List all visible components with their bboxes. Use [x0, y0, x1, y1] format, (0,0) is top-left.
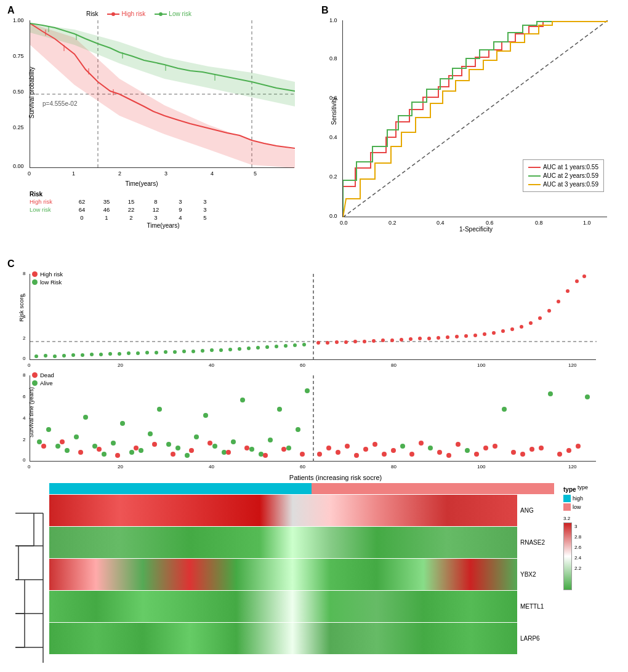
low-risk-row-label: Low risk	[30, 206, 70, 213]
xtick-1: 1	[72, 170, 75, 177]
svg-point-95	[148, 431, 153, 436]
svg-point-105	[240, 398, 245, 402]
high-risk-row-label: High risk	[30, 198, 70, 205]
svg-point-60	[390, 338, 394, 342]
svg-point-83	[37, 439, 42, 444]
svg-point-106	[249, 447, 254, 452]
svg-point-86	[65, 448, 70, 453]
svg-point-140	[428, 446, 433, 450]
svg-point-130	[336, 450, 340, 455]
larp6-label: LARP6	[517, 635, 554, 642]
svg-point-43	[228, 348, 232, 351]
auc3-legend: AUC at 3 years:0.59	[528, 181, 598, 188]
svg-point-1	[111, 12, 115, 16]
scatter-bottom-plot: 8 6 4 2 0 0 20 40 60 80 100 120	[30, 375, 596, 462]
svg-point-58	[372, 339, 376, 343]
svg-point-48	[275, 345, 278, 348]
risk-xticks: 0 1 2 3 4 5	[70, 214, 296, 221]
svg-point-153	[548, 391, 553, 396]
lr-val-5: 3	[193, 206, 217, 213]
svg-rect-176	[49, 623, 517, 654]
roc-ytick-04: 0.4	[329, 134, 337, 140]
svg-point-143	[456, 442, 461, 447]
svg-point-56	[353, 340, 357, 343]
svg-point-110	[286, 446, 291, 450]
roc-xtick-00: 0.0	[340, 220, 348, 226]
svg-point-127	[300, 452, 305, 457]
svg-point-53	[326, 341, 329, 345]
svg-point-23	[44, 354, 47, 358]
svg-point-41	[210, 348, 214, 352]
svg-point-35	[155, 351, 158, 354]
roc-legend: AUC at 1 years:0.55 AUC at 2 years:0.59 …	[523, 159, 604, 192]
svg-point-38	[182, 350, 186, 353]
ytick-075: 0.75	[13, 53, 24, 59]
svg-point-129	[326, 446, 331, 450]
svg-point-74	[520, 325, 523, 329]
svg-point-118	[134, 446, 139, 450]
svg-point-88	[83, 415, 88, 420]
svg-point-78	[557, 300, 560, 303]
auc1-legend: AUC at 1 years:0.55	[528, 164, 598, 170]
auc2-legend: AUC at 2 years:0.59	[528, 172, 598, 179]
gene-row-mettl1: METTL1	[49, 591, 554, 622]
svg-point-151	[529, 447, 534, 452]
svg-point-77	[547, 309, 551, 313]
gene-row-ang: ANG	[49, 495, 554, 526]
svg-point-30	[108, 352, 112, 356]
svg-point-85	[55, 444, 60, 449]
auc1-label: AUC at 1 years:0.55	[543, 164, 598, 170]
auc3-label: AUC at 3 years:0.59	[543, 181, 598, 188]
svg-point-50	[293, 343, 297, 347]
svg-point-102	[212, 444, 217, 449]
svg-point-107	[259, 452, 264, 457]
xtick-2: 2	[118, 170, 121, 177]
roc-ytick-00: 0.0	[329, 213, 337, 219]
roc-xtick-06: 0.6	[486, 220, 494, 226]
svg-point-97	[166, 442, 171, 447]
ytick-100: 1.00	[13, 17, 24, 23]
svg-point-149	[511, 450, 516, 455]
type-high-label: high	[573, 495, 583, 502]
svg-point-37	[173, 350, 177, 354]
svg-point-64	[427, 337, 431, 340]
svg-point-59	[381, 338, 385, 342]
svg-point-101	[203, 413, 208, 418]
color-scale-mid3: 2.6	[574, 545, 610, 550]
svg-point-73	[510, 327, 514, 331]
xtick-5: 5	[254, 170, 257, 177]
svg-point-100	[194, 434, 199, 439]
svg-point-22	[34, 354, 38, 358]
risk-table-header: Risk	[30, 191, 296, 198]
svg-point-90	[102, 452, 107, 457]
roc-plot-area: 1.0 0.8 0.6 0.4 0.2 0.0 0.0 0.2 0.4 0.6 …	[342, 20, 607, 217]
ybx2-label: YBX2	[517, 571, 554, 578]
svg-point-128	[317, 452, 322, 457]
svg-point-32	[127, 351, 131, 355]
type-low-label: low	[573, 504, 581, 510]
ang-heatmap	[49, 495, 517, 526]
risk-table: Risk High risk 62 35 15 8 3 3 Low risk 6…	[6, 191, 296, 229]
svg-point-40	[201, 349, 204, 353]
svg-point-154	[557, 452, 562, 457]
lr-val-4: 9	[168, 206, 193, 213]
svg-point-26	[71, 353, 75, 357]
roc-xtick-10: 1.0	[583, 220, 591, 226]
svg-point-51	[302, 343, 306, 346]
risk-header-label: Risk	[30, 191, 42, 198]
svg-point-25	[62, 354, 66, 358]
km-xaxis-label: Time(years)	[126, 180, 158, 187]
svg-point-33	[136, 351, 140, 355]
gene-row-larp6: LARP6	[49, 623, 554, 654]
svg-point-57	[363, 340, 366, 343]
panel-a: Risk High risk Low risk Survival probabi…	[6, 9, 308, 262]
high-risk-row: High risk 62 35 15 8 3 3	[30, 198, 296, 205]
svg-point-39	[191, 350, 195, 353]
svg-point-92	[120, 421, 125, 426]
gene-row-rnase2: RNASE2	[49, 527, 554, 558]
svg-point-98	[175, 446, 180, 450]
svg-point-76	[538, 316, 542, 320]
color-scale-max: 3.2	[563, 516, 610, 521]
type-legend-low: low	[563, 503, 610, 511]
svg-point-141	[437, 450, 442, 455]
